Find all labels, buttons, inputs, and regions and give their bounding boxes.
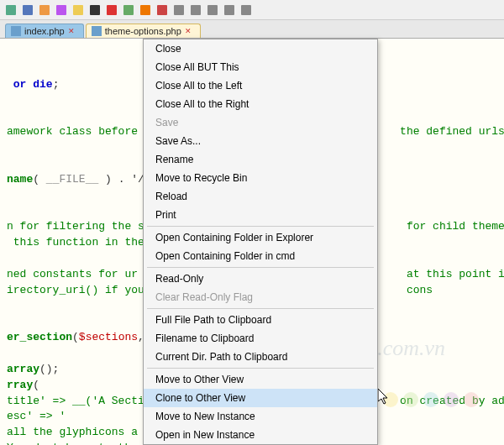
menu-item-clear-read-only-flag: Clear Read-Only Flag (144, 288, 377, 306)
menu-item-filename-to-clipboard[interactable]: Filename to Clipboard (144, 329, 377, 348)
file-tab[interactable]: index.php✕ (5, 24, 84, 38)
close-icon[interactable]: ✕ (185, 27, 193, 35)
svg-rect-12 (207, 5, 218, 15)
svg-rect-8 (140, 5, 150, 15)
menu-item-reload[interactable]: Reload (144, 187, 377, 206)
svg-rect-11 (191, 5, 201, 15)
svg-rect-1 (23, 5, 33, 15)
menu-item-clone-to-other-view[interactable]: Clone to Other View (144, 389, 377, 407)
svg-rect-3 (56, 5, 66, 15)
play-icon[interactable] (205, 3, 220, 18)
rewind-icon[interactable] (171, 3, 186, 18)
image-icon[interactable] (121, 3, 136, 18)
menu-item-print[interactable]: Print (144, 206, 377, 224)
record-icon[interactable] (155, 3, 170, 18)
eye-icon[interactable] (138, 3, 153, 18)
tab-label: theme-options.php (105, 26, 181, 36)
menu-item-open-in-new-instance[interactable]: Open in New Instance (144, 426, 377, 444)
menu-item-move-to-recycle-bin[interactable]: Move to Recycle Bin (144, 169, 377, 187)
svg-rect-13 (224, 5, 234, 15)
svg-rect-2 (39, 5, 50, 15)
file-icon (92, 26, 102, 36)
list-icon[interactable] (20, 3, 35, 18)
menu-item-open-containing-folder-in-cmd[interactable]: Open Containing Folder in cmd (144, 247, 377, 265)
pdf-icon[interactable] (104, 3, 119, 18)
para-icon[interactable] (54, 3, 69, 18)
indent-icon[interactable] (37, 3, 52, 18)
menu-item-move-to-new-instance[interactable]: Move to New Instance (144, 407, 377, 426)
tab-context-menu: CloseClose All BUT ThisClose All to the … (143, 39, 378, 445)
menu-item-current-dir-path-to-clipboard[interactable]: Current Dir. Path to Clipboard (144, 348, 377, 366)
menu-separator (147, 308, 374, 309)
toolbar (0, 0, 504, 20)
menu-item-close-all-but-this[interactable]: Close All BUT This (144, 58, 377, 76)
menu-item-close-all-to-the-left[interactable]: Close All to the Left (144, 76, 377, 95)
svg-rect-7 (123, 5, 134, 15)
forward-icon[interactable] (222, 3, 237, 18)
tab-bar: index.php✕theme-options.php✕ (0, 20, 504, 39)
menu-item-read-only[interactable]: Read-Only (144, 270, 377, 288)
menu-item-rename[interactable]: Rename (144, 150, 377, 169)
new-icon[interactable] (3, 3, 18, 18)
close-icon[interactable]: ✕ (68, 27, 76, 35)
menu-item-close[interactable]: Close (144, 39, 377, 58)
svg-rect-6 (107, 5, 117, 15)
svg-rect-10 (174, 5, 184, 15)
menu-separator (147, 226, 374, 227)
highlight-icon[interactable] (71, 3, 86, 18)
skip-icon[interactable] (239, 3, 254, 18)
stop-icon[interactable] (188, 3, 203, 18)
svg-rect-14 (241, 5, 251, 15)
file-tab[interactable]: theme-options.php✕ (86, 24, 201, 38)
menu-item-open-containing-folder-in-explorer[interactable]: Open Containing Folder in Explorer (144, 228, 377, 247)
svg-rect-0 (6, 5, 16, 15)
tab-label: index.php (24, 26, 65, 36)
svg-rect-5 (90, 5, 100, 15)
menu-item-move-to-other-view[interactable]: Move to Other View (144, 370, 377, 389)
menu-separator (147, 368, 374, 369)
menu-item-save-as[interactable]: Save As... (144, 132, 377, 150)
file-icon (11, 26, 21, 36)
svg-rect-4 (73, 5, 83, 15)
menu-item-save: Save (144, 113, 377, 132)
menu-separator (147, 267, 374, 268)
text-icon[interactable] (87, 3, 102, 18)
menu-item-full-file-path-to-clipboard[interactable]: Full File Path to Clipboard (144, 311, 377, 329)
menu-item-close-all-to-the-right[interactable]: Close All to the Right (144, 95, 377, 113)
svg-rect-9 (157, 5, 167, 15)
